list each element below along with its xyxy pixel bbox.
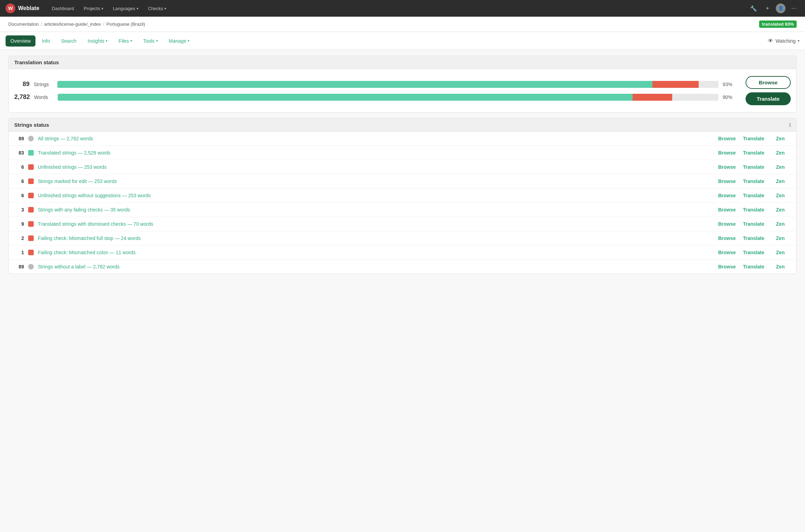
add-icon[interactable]: +: [762, 3, 773, 14]
nav-projects[interactable]: Projects ▾: [80, 4, 107, 13]
translation-status-body: 89 Strings 93% 2,782 Words 90%: [9, 69, 796, 112]
browse-link[interactable]: Browse: [717, 136, 738, 141]
zen-link[interactable]: Zen: [770, 207, 791, 213]
breadcrumb-documentation[interactable]: Documentation: [8, 22, 39, 27]
row-label[interactable]: Translated strings with dismissed checks…: [38, 221, 713, 227]
translate-link[interactable]: Translate: [743, 150, 764, 156]
row-label[interactable]: Unfinished strings without suggestions —…: [38, 193, 713, 198]
row-count: 2: [14, 235, 24, 241]
row-label[interactable]: All strings — 2,782 words: [38, 136, 713, 141]
row-label[interactable]: Unfinished strings — 253 words: [38, 164, 713, 170]
tab-search[interactable]: Search: [56, 35, 81, 47]
zen-link[interactable]: Zen: [770, 136, 791, 141]
tab-manage[interactable]: Manage ▾: [164, 35, 195, 47]
main-content: Translation status 89 Strings 93% 2,782 …: [0, 50, 805, 285]
row-label[interactable]: Failing check: Mismatched colon — 11 wor…: [38, 250, 713, 255]
breadcrumb-sep-1: /: [41, 22, 42, 27]
row-actions: Browse Translate Zen: [717, 193, 791, 198]
words-progress-red: [633, 94, 672, 101]
translate-link[interactable]: Translate: [743, 207, 764, 213]
translate-link[interactable]: Translate: [743, 264, 764, 269]
row-count: 83: [14, 150, 24, 156]
logo[interactable]: W Weblate: [6, 3, 39, 13]
translate-link[interactable]: Translate: [743, 136, 764, 141]
strings-progress-bar: [57, 81, 718, 88]
row-label[interactable]: Failing check: Mismatched full stop — 24…: [38, 235, 713, 241]
words-pct: 90%: [723, 94, 737, 100]
strings-row: 89 Strings 93%: [14, 81, 737, 88]
row-count: 9: [14, 221, 24, 227]
row-label[interactable]: Strings with any failing checks — 35 wor…: [38, 207, 713, 213]
nav-dashboard[interactable]: Dashboard: [48, 4, 78, 13]
row-count: 6: [14, 164, 24, 170]
translate-link[interactable]: Translate: [743, 178, 764, 184]
browse-link[interactable]: Browse: [717, 264, 738, 269]
table-row: 1 Failing check: Mismatched colon — 11 w…: [9, 246, 796, 260]
chevron-down-icon: ▾: [101, 7, 103, 10]
browse-link[interactable]: Browse: [717, 250, 738, 255]
breadcrumb-sep-2: /: [103, 22, 104, 27]
chevron-down-icon: ▾: [137, 7, 138, 10]
browse-link[interactable]: Browse: [717, 150, 738, 156]
translate-link[interactable]: Translate: [743, 250, 764, 255]
zen-link[interactable]: Zen: [770, 235, 791, 241]
nav-checks[interactable]: Checks ▾: [144, 4, 170, 13]
tab-overview[interactable]: Overview: [6, 35, 35, 47]
watching-button[interactable]: 👁 Watching ▾: [768, 38, 799, 44]
top-navigation: W Weblate Dashboard Projects ▾ Languages…: [0, 0, 805, 17]
avatar[interactable]: 👤: [776, 3, 786, 13]
zen-link[interactable]: Zen: [770, 178, 791, 184]
more-icon[interactable]: ···: [788, 3, 799, 14]
translate-link[interactable]: Translate: [743, 193, 764, 198]
zen-link[interactable]: Zen: [770, 164, 791, 170]
zen-link[interactable]: Zen: [770, 264, 791, 269]
row-count: 89: [14, 136, 24, 141]
strings-status-header: Strings status ℹ: [9, 118, 796, 132]
words-progress-green: [58, 94, 633, 101]
row-count: 6: [14, 193, 24, 198]
row-count: 1: [14, 250, 24, 255]
tab-insights[interactable]: Insights ▾: [83, 35, 112, 47]
browse-button[interactable]: Browse: [746, 76, 791, 89]
info-icon[interactable]: ℹ: [789, 122, 791, 128]
status-dot: [28, 250, 34, 255]
tab-tools[interactable]: Tools ▾: [138, 35, 163, 47]
zen-link[interactable]: Zen: [770, 221, 791, 227]
browse-link[interactable]: Browse: [717, 221, 738, 227]
eye-icon: 👁: [768, 38, 773, 44]
nav-actions: 🔧 + 👤 ···: [748, 3, 799, 14]
translate-link[interactable]: Translate: [743, 221, 764, 227]
table-row: 3 Strings with any failing checks — 35 w…: [9, 203, 796, 217]
row-label[interactable]: Strings marked for edit — 253 words: [38, 178, 713, 184]
row-count: 89: [14, 264, 24, 269]
tab-files[interactable]: Files ▾: [114, 35, 137, 47]
breadcrumb-language[interactable]: Portuguese (Brazil): [106, 22, 145, 27]
browse-link[interactable]: Browse: [717, 164, 738, 170]
chevron-down-icon: ▾: [164, 7, 166, 10]
breadcrumb: Documentation / articles/license-guide/_…: [8, 22, 145, 27]
browse-link[interactable]: Browse: [717, 235, 738, 241]
browse-link[interactable]: Browse: [717, 207, 738, 213]
row-label[interactable]: Strings without a label — 2,782 words: [38, 264, 713, 269]
status-dot: [28, 164, 34, 170]
translate-link[interactable]: Translate: [743, 164, 764, 170]
translate-link[interactable]: Translate: [743, 235, 764, 241]
zen-link[interactable]: Zen: [770, 150, 791, 156]
translate-button[interactable]: Translate: [746, 92, 791, 105]
zen-link[interactable]: Zen: [770, 250, 791, 255]
status-dot: [28, 264, 34, 269]
breadcrumb-path[interactable]: articles/license-guide/_index: [44, 22, 101, 27]
table-row: 6 Unfinished strings — 253 words Browse …: [9, 160, 796, 174]
row-actions: Browse Translate Zen: [717, 136, 791, 141]
search-icon[interactable]: 🔧: [748, 3, 759, 14]
strings-count: 89: [14, 81, 30, 88]
browse-link[interactable]: Browse: [717, 193, 738, 198]
nav-languages[interactable]: Languages ▾: [109, 4, 143, 13]
chevron-down-icon: ▾: [106, 39, 107, 43]
row-label[interactable]: Translated strings — 2,529 words: [38, 150, 713, 156]
row-actions: Browse Translate Zen: [717, 235, 791, 241]
zen-link[interactable]: Zen: [770, 193, 791, 198]
status-actions: Browse Translate: [746, 76, 791, 105]
tab-info[interactable]: Info: [37, 35, 55, 47]
browse-link[interactable]: Browse: [717, 178, 738, 184]
